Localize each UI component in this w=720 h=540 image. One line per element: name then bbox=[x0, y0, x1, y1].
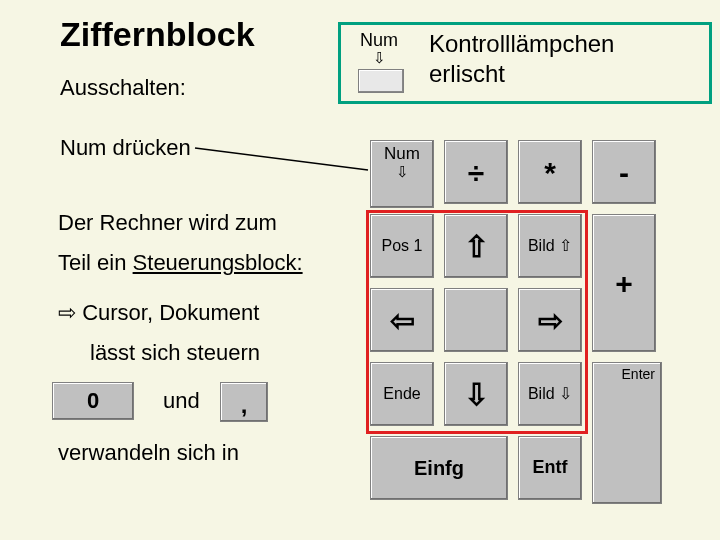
key-ende: Ende bbox=[370, 362, 434, 426]
key-comma-inline: , bbox=[220, 382, 268, 422]
text-num-druecken: Num drücken bbox=[60, 135, 191, 161]
indicator-num-label: Num ⇩ bbox=[360, 30, 398, 65]
key-einfg: Einfg bbox=[370, 436, 508, 500]
indicator-box: Num ⇩ Kontrolllämpchen erlischt bbox=[338, 22, 712, 104]
text-laesst: lässt sich steuern bbox=[90, 340, 260, 366]
indicator-led bbox=[358, 69, 404, 93]
key-entf: Entf bbox=[518, 436, 582, 500]
arrow-down-icon: ⇩ bbox=[396, 164, 409, 181]
key-minus: - bbox=[592, 140, 656, 204]
key-bild-down: Bild ⇩ bbox=[518, 362, 582, 426]
key-multiply: * bbox=[518, 140, 582, 204]
key-up: ⇧ bbox=[444, 214, 508, 278]
text-ausschalten: Ausschalten: bbox=[60, 75, 186, 101]
numeric-keypad: Num⇩ ÷ * - Pos 1 ⇧ Bild ⇧ + ⇦ ⇨ Ende ⇩ B… bbox=[370, 140, 700, 500]
key-left: ⇦ bbox=[370, 288, 434, 352]
indicator-message: Kontrolllämpchen erlischt bbox=[429, 29, 614, 89]
key-enter: Enter bbox=[592, 362, 662, 504]
key-plus: + bbox=[592, 214, 656, 352]
key-divide: ÷ bbox=[444, 140, 508, 204]
key-center-blank bbox=[444, 288, 508, 352]
key-zero-inline: 0 bbox=[52, 382, 134, 420]
key-numlock: Num⇩ bbox=[370, 140, 434, 208]
text-verwandeln: verwandeln sich in bbox=[58, 440, 239, 466]
text-teil-ein: Teil ein Steuerungsblock: bbox=[58, 250, 303, 276]
arrow-right-icon: ⇨ bbox=[58, 300, 76, 325]
text-rechner: Der Rechner wird zum bbox=[58, 210, 277, 236]
text-und: und bbox=[163, 388, 200, 414]
page-title: Ziffernblock bbox=[60, 15, 255, 54]
arrow-down-icon: ⇩ bbox=[360, 51, 398, 65]
key-right: ⇨ bbox=[518, 288, 582, 352]
svg-line-0 bbox=[195, 148, 368, 170]
key-pos1: Pos 1 bbox=[370, 214, 434, 278]
text-cursor-doc: ⇨ Cursor, Dokument bbox=[58, 300, 259, 326]
key-bild-up: Bild ⇧ bbox=[518, 214, 582, 278]
key-down: ⇩ bbox=[444, 362, 508, 426]
